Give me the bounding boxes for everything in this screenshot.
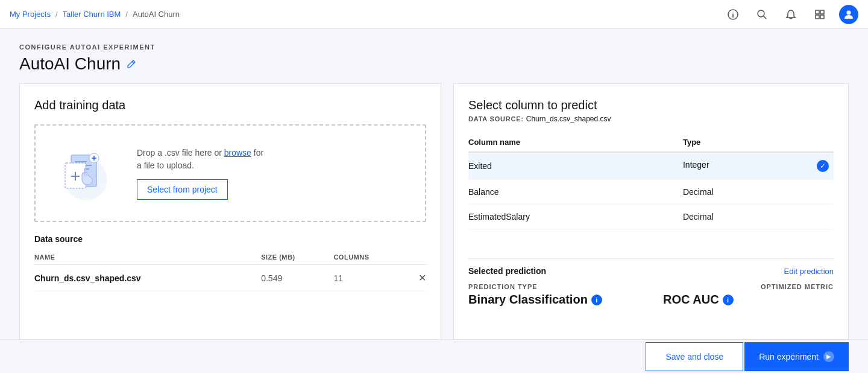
- drop-text-before-browse: Drop a .csv file here or: [137, 148, 224, 158]
- columns-table: Column name Type Exited Integer ✓ Balanc…: [468, 133, 834, 229]
- prediction-type-label: PREDICTION TYPE: [468, 283, 639, 290]
- top-nav: My Projects / Taller Churn IBM / AutoAI …: [0, 0, 868, 29]
- select-column-card: Select column to predict DATA SOURCE: Ch…: [453, 83, 849, 360]
- main-content: Add training data: [0, 83, 868, 360]
- svg-rect-5: [820, 10, 824, 14]
- edit-prediction-button[interactable]: Edit prediction: [784, 267, 834, 276]
- svg-rect-6: [816, 15, 819, 19]
- data-source-info: DATA SOURCE: Churn_ds.csv_shaped.csv: [468, 115, 834, 123]
- upload-illustration: [50, 140, 122, 206]
- optimized-metric-value: ROC AUC i: [663, 293, 834, 307]
- configure-label: Configure AutoAI Experiment: [19, 43, 849, 51]
- search-nav-icon[interactable]: [752, 5, 772, 24]
- svg-line-3: [764, 16, 767, 19]
- selected-check-icon: ✓: [817, 160, 829, 172]
- optimized-metric-label: OPTIMIZED METRIC: [663, 283, 834, 290]
- prediction-section: Selected prediction Edit prediction PRED…: [468, 258, 834, 307]
- edit-title-button[interactable]: [127, 59, 136, 69]
- breadcrumb-current: AutoAI Churn: [133, 10, 180, 19]
- drop-text-upload: a file to upload.: [137, 159, 263, 172]
- prediction-type-info-icon[interactable]: i: [591, 295, 602, 305]
- selected-prediction-label: Selected prediction: [468, 266, 546, 276]
- table-row[interactable]: Balance Decimal: [468, 180, 834, 205]
- breadcrumb-sep2: /: [125, 10, 128, 19]
- optimized-metric-group: OPTIMIZED METRIC ROC AUC i: [663, 283, 834, 307]
- bottom-bar: Save and close Run experiment ▶: [0, 339, 868, 373]
- ds-row-name: Churn_ds.csv_shaped.csv: [34, 265, 261, 292]
- run-experiment-button[interactable]: Run experiment ▶: [744, 342, 849, 371]
- columns-table-container: Column name Type Exited Integer ✓ Balanc…: [468, 133, 834, 253]
- ds-row-size: 0.549: [261, 265, 333, 292]
- svg-rect-4: [816, 10, 819, 14]
- column-type-cell: Decimal: [683, 180, 834, 205]
- remove-ds-button[interactable]: ✕: [418, 272, 426, 284]
- run-experiment-label: Run experiment: [759, 352, 819, 362]
- nav-icons: i: [723, 5, 858, 24]
- run-experiment-icon: ▶: [823, 351, 834, 362]
- table-row: Churn_ds.csv_shaped.csv 0.549 11 ✕: [34, 265, 426, 292]
- data-source-section-label: Data source: [34, 234, 426, 244]
- drop-zone-text: Drop a .csv file here or browse for a fi…: [137, 147, 263, 200]
- table-row[interactable]: EstimatedSalary Decimal: [468, 205, 834, 229]
- browse-link[interactable]: browse: [224, 148, 251, 158]
- ds-col-size-header: SIZE (MB): [261, 250, 333, 265]
- ds-row-columns: 11: [333, 265, 409, 292]
- table-row[interactable]: Exited Integer ✓: [468, 152, 834, 180]
- info-nav-icon[interactable]: i: [723, 5, 743, 24]
- grid-nav-icon[interactable]: [810, 5, 829, 24]
- prediction-type-group: PREDICTION TYPE Binary Classification i: [468, 283, 639, 307]
- add-training-data-card: Add training data: [19, 83, 441, 360]
- breadcrumb-sep1: /: [55, 10, 58, 19]
- ds-col-name-header: NAME: [34, 250, 261, 265]
- col-type-header: Type: [683, 133, 834, 152]
- column-name-cell: Exited: [468, 152, 683, 180]
- data-source-table: NAME SIZE (MB) COLUMNS Churn_ds.csv_shap…: [34, 250, 426, 292]
- column-type-cell: Integer ✓: [683, 152, 834, 180]
- column-name-cell: Balance: [468, 180, 683, 205]
- select-column-title: Select column to predict: [468, 98, 834, 112]
- prediction-types: PREDICTION TYPE Binary Classification i …: [468, 283, 834, 307]
- drop-text-for: for: [251, 148, 263, 158]
- ds-col-columns-header: COLUMNS: [333, 250, 409, 265]
- svg-rect-12: [75, 161, 87, 162]
- svg-rect-7: [820, 15, 824, 19]
- page-header: Configure AutoAI Experiment AutoAI Churn: [0, 29, 868, 83]
- prediction-type-value: Binary Classification i: [468, 293, 639, 307]
- notification-nav-icon[interactable]: [781, 5, 800, 24]
- page-title: AutoAI Churn: [19, 54, 121, 74]
- col-name-header: Column name: [468, 133, 683, 152]
- breadcrumb-my-projects[interactable]: My Projects: [10, 10, 51, 19]
- profile-nav-icon[interactable]: [839, 5, 858, 24]
- breadcrumb-taller-churn[interactable]: Taller Churn IBM: [63, 10, 121, 19]
- optimized-metric-info-icon[interactable]: i: [723, 295, 734, 305]
- save-and-close-button[interactable]: Save and close: [646, 342, 743, 371]
- svg-point-8: [847, 10, 851, 14]
- select-from-project-button[interactable]: Select from project: [137, 179, 228, 200]
- add-training-data-title: Add training data: [34, 98, 426, 112]
- data-source-filename: Churn_ds.csv_shaped.csv: [526, 115, 611, 123]
- svg-text:i: i: [732, 11, 734, 18]
- drop-zone[interactable]: Drop a .csv file here or browse for a fi…: [34, 124, 426, 222]
- column-type-cell: Decimal: [683, 205, 834, 229]
- breadcrumb: My Projects / Taller Churn IBM / AutoAI …: [10, 10, 180, 19]
- svg-line-9: [132, 62, 134, 63]
- column-name-cell: EstimatedSalary: [468, 205, 683, 229]
